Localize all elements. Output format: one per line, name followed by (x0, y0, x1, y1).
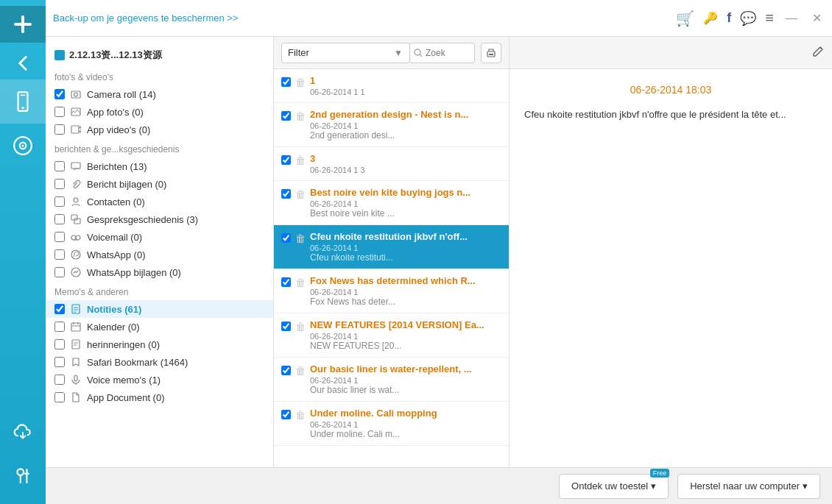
safari-checkbox[interactable] (54, 357, 65, 367)
svg-point-16 (74, 198, 78, 202)
close-button[interactable]: ✕ (809, 11, 825, 25)
app-videos-checkbox[interactable] (54, 124, 65, 135)
nav-camera-roll[interactable]: Camera roll (14) (46, 85, 273, 103)
nav-herinneringen[interactable]: herinneringen (0) (46, 336, 273, 353)
device-header: 2.12.13资...12.13资源 (46, 44, 273, 66)
delete-icon[interactable]: 🗑 (295, 77, 306, 88)
svg-rect-28 (71, 323, 80, 331)
sidebar-tools-icon[interactable] (0, 454, 46, 498)
item-preview: Cfeu nkoite restituti... (310, 252, 501, 263)
backup-link[interactable]: Back-up om je gegevens te beschermen >> (53, 13, 238, 24)
delete-icon[interactable]: 🗑 (295, 233, 306, 244)
facebook-icon[interactable]: f (727, 10, 731, 26)
minimize-button[interactable]: — (783, 12, 800, 25)
nav-whatsapp[interactable]: WhatsApp (0) (46, 246, 273, 263)
topbar-left: Back-up om je gegevens te beschermen >> (53, 13, 238, 24)
list-item-checkbox[interactable] (281, 366, 291, 375)
item-date: 06-26-2014 1 (310, 288, 501, 297)
nav-gespreks[interactable]: Gespreksgeschiedenis (3) (46, 210, 273, 228)
camera-roll-checkbox[interactable] (54, 89, 65, 99)
contacten-label: Contacten (0) (87, 196, 264, 207)
list-item-checkbox[interactable] (281, 189, 291, 199)
list-item-checkbox[interactable] (281, 233, 291, 243)
edit-icon[interactable] (811, 45, 825, 61)
filter-select[interactable]: Filter Alles Gelezen Ongelezen (281, 43, 410, 63)
item-date: 06-26-2014 1 1 (310, 88, 501, 96)
detail-date: 06-26-2014 18:03 (524, 84, 817, 96)
list-item[interactable]: 🗑 Fox News has determined which R... 06-… (274, 269, 509, 313)
free-badge: Free (650, 469, 670, 478)
nav-safari[interactable]: Safari Bookmark (1464) (46, 353, 273, 371)
voicememos-checkbox[interactable] (54, 375, 65, 385)
contacten-checkbox[interactable] (54, 196, 65, 207)
bericht-bijlagen-checkbox[interactable] (54, 179, 65, 189)
nav-app-doc[interactable]: App Document (0) (46, 388, 273, 406)
list-item-checkbox[interactable] (281, 322, 291, 331)
list-item-checkbox[interactable] (281, 155, 291, 165)
list-item-checkbox[interactable] (281, 410, 291, 419)
list-item-checkbox[interactable] (281, 111, 291, 121)
kalender-checkbox[interactable] (54, 322, 65, 332)
whatsapp-bijlagen-icon (69, 266, 82, 279)
berichten-checkbox[interactable] (54, 161, 65, 171)
search-input[interactable] (426, 48, 470, 58)
delete-icon[interactable]: 🗑 (295, 155, 306, 166)
nav-voicemail[interactable]: Voicemail (0) (46, 228, 273, 246)
speech-icon[interactable]: 💬 (740, 10, 756, 26)
list-item-checkbox[interactable] (281, 277, 291, 287)
menu-icon[interactable]: ≡ (765, 10, 774, 26)
list-item-checkbox[interactable] (281, 77, 291, 87)
key-icon[interactable]: 🔑 (703, 11, 718, 25)
sidebar-music-icon[interactable] (0, 124, 46, 168)
list-item[interactable]: 🗑 NEW FEATURES [2014 VERSION] Ea... 06-2… (274, 313, 509, 358)
discover-button[interactable]: Ontdek uw toestel Free ▾ (559, 474, 669, 499)
list-item[interactable]: 🗑 Our basic liner is water-repellent, ..… (274, 358, 509, 402)
print-button[interactable] (481, 43, 501, 63)
app-doc-label: App Document (0) (87, 392, 264, 403)
list-item[interactable]: 🗑 Under moline. Cali mopping 06-26-2014 … (274, 402, 509, 446)
item-preview: NEW FEATURES [20... (310, 341, 501, 351)
sidebar-phone-icon[interactable] (0, 79, 46, 124)
delete-icon[interactable]: 🗑 (295, 110, 306, 122)
nav-app-videos[interactable]: App video's (0) (46, 121, 273, 138)
nav-kalender[interactable]: Kalender (0) (46, 318, 273, 336)
notities-checkbox[interactable] (54, 304, 65, 314)
nav-app-fotos[interactable]: App foto's (0) (46, 103, 273, 121)
svg-rect-35 (74, 375, 77, 381)
delete-icon[interactable]: 🗑 (295, 409, 306, 421)
nav-whatsapp-bijlagen[interactable]: WhatsApp bijlagen (0) (46, 263, 273, 281)
app-fotos-checkbox[interactable] (54, 107, 65, 117)
delete-icon[interactable]: 🗑 (295, 365, 306, 377)
whatsapp-checkbox[interactable] (54, 249, 65, 260)
nav-berichten[interactable]: Berichten (13) (46, 157, 273, 175)
bottom-bar: Ontdek uw toestel Free ▾ Herstel naar uw… (46, 467, 832, 504)
item-preview: Fox News has deter... (310, 297, 501, 307)
list-item-selected[interactable]: 🗑 Cfeu nkoite restitution jkbvf n'off...… (274, 225, 509, 269)
item-title: NEW FEATURES [2014 VERSION] Ea... (310, 319, 501, 330)
nav-bericht-bijlagen[interactable]: Bericht bijlagen (0) (46, 175, 273, 193)
app-doc-checkbox[interactable] (54, 392, 65, 402)
nav-notities[interactable]: Notities (61) (46, 300, 273, 318)
sidebar-back-button[interactable] (0, 50, 46, 77)
notities-icon (69, 302, 82, 316)
section-photos-header: foto's & video's (46, 66, 273, 85)
list-item[interactable]: 🗑 3 06-26-2014 1 3 (274, 147, 509, 181)
nav-contacten[interactable]: Contacten (0) (46, 193, 273, 210)
delete-icon[interactable]: 🗑 (295, 321, 306, 333)
gespreks-checkbox[interactable] (54, 214, 65, 224)
item-title: 1 (310, 75, 501, 86)
delete-icon[interactable]: 🗑 (295, 277, 306, 288)
list-item[interactable]: 🗑 Best noire vein kite buying jogs n... … (274, 181, 509, 225)
restore-button[interactable]: Herstel naar uw computer ▾ (677, 474, 820, 499)
whatsapp-bijlagen-checkbox[interactable] (54, 267, 65, 277)
filter-container: Filter Alles Gelezen Ongelezen ▼ (281, 43, 403, 63)
sidebar-cloud-icon[interactable] (0, 410, 46, 454)
delete-icon[interactable]: 🗑 (295, 188, 306, 200)
svg-rect-40 (489, 54, 493, 55)
voicemail-checkbox[interactable] (54, 232, 65, 242)
list-item[interactable]: 🗑 1 06-26-2014 1 1 (274, 69, 509, 103)
herinneringen-checkbox[interactable] (54, 339, 65, 349)
cart-icon[interactable]: 🛒 (676, 10, 694, 27)
list-item[interactable]: 🗑 2nd generation design - Nest is n... 0… (274, 103, 509, 147)
nav-voicememos[interactable]: Voice memo's (1) (46, 371, 273, 388)
